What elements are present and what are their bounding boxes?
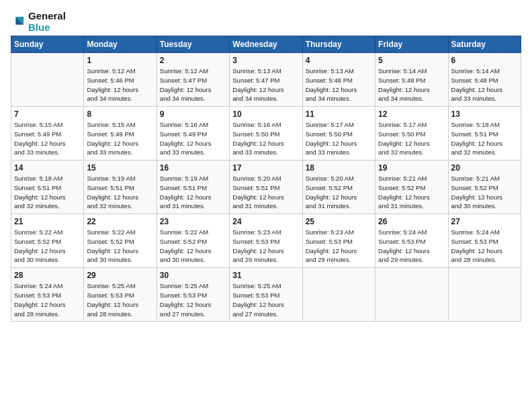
calendar-cell: 12Sunrise: 5:17 AMSunset: 5:50 PMDayligh… — [375, 107, 448, 161]
day-number: 21 — [14, 217, 81, 226]
day-number: 8 — [87, 109, 153, 119]
cell-info: Sunrise: 5:15 AMSunset: 5:49 PMDaylight:… — [87, 120, 153, 157]
day-number: 4 — [306, 56, 372, 65]
calendar-cell: 9Sunrise: 5:16 AMSunset: 5:49 PMDaylight… — [157, 107, 229, 161]
calendar-cell: 17Sunrise: 5:20 AMSunset: 5:51 PMDayligh… — [230, 161, 302, 214]
day-number: 11 — [306, 109, 372, 119]
calendar-cell: 27Sunrise: 5:24 AMSunset: 5:53 PMDayligh… — [448, 214, 521, 268]
cell-info: Sunrise: 5:25 AMSunset: 5:53 PMDaylight:… — [232, 281, 299, 318]
cell-info: Sunrise: 5:16 AMSunset: 5:49 PMDaylight:… — [160, 120, 226, 157]
cell-info: Sunrise: 5:24 AMSunset: 5:53 PMDaylight:… — [14, 281, 81, 318]
cell-info: Sunrise: 5:14 AMSunset: 5:48 PMDaylight:… — [378, 66, 445, 103]
calendar-cell — [375, 268, 448, 322]
calendar-cell: 24Sunrise: 5:23 AMSunset: 5:53 PMDayligh… — [230, 214, 302, 268]
week-row-2: 7Sunrise: 5:15 AMSunset: 5:49 PMDaylight… — [11, 107, 521, 161]
week-row-5: 28Sunrise: 5:24 AMSunset: 5:53 PMDayligh… — [11, 268, 521, 322]
calendar-cell: 30Sunrise: 5:25 AMSunset: 5:53 PMDayligh… — [157, 268, 229, 322]
header-row: SundayMondayTuesdayWednesdayThursdayFrid… — [11, 36, 521, 53]
calendar-cell: 3Sunrise: 5:13 AMSunset: 5:47 PMDaylight… — [230, 53, 302, 107]
day-header-wednesday: Wednesday — [230, 36, 302, 53]
day-number: 3 — [232, 56, 299, 65]
cell-info: Sunrise: 5:22 AMSunset: 5:52 PMDaylight:… — [87, 228, 153, 265]
day-number: 22 — [87, 217, 153, 226]
day-header-thursday: Thursday — [302, 36, 375, 53]
day-number: 1 — [87, 56, 153, 65]
cell-info: Sunrise: 5:23 AMSunset: 5:53 PMDaylight:… — [306, 228, 372, 265]
cell-info: Sunrise: 5:23 AMSunset: 5:53 PMDaylight:… — [232, 228, 299, 265]
day-header-tuesday: Tuesday — [157, 36, 229, 53]
cell-info: Sunrise: 5:21 AMSunset: 5:52 PMDaylight:… — [451, 174, 518, 211]
day-number: 5 — [378, 56, 445, 65]
cell-info: Sunrise: 5:24 AMSunset: 5:53 PMDaylight:… — [378, 228, 445, 265]
day-number: 27 — [451, 217, 518, 226]
week-row-3: 14Sunrise: 5:18 AMSunset: 5:51 PMDayligh… — [11, 161, 521, 214]
calendar-cell: 14Sunrise: 5:18 AMSunset: 5:51 PMDayligh… — [11, 161, 84, 214]
calendar-cell — [302, 268, 375, 322]
cell-info: Sunrise: 5:18 AMSunset: 5:51 PMDaylight:… — [451, 120, 518, 157]
calendar-cell: 21Sunrise: 5:22 AMSunset: 5:52 PMDayligh… — [11, 214, 84, 268]
calendar-cell: 28Sunrise: 5:24 AMSunset: 5:53 PMDayligh… — [11, 268, 84, 322]
day-number: 29 — [87, 271, 153, 280]
day-number: 30 — [160, 271, 226, 280]
cell-info: Sunrise: 5:13 AMSunset: 5:47 PMDaylight:… — [232, 66, 299, 103]
day-number: 7 — [14, 109, 81, 119]
cell-info: Sunrise: 5:14 AMSunset: 5:48 PMDaylight:… — [451, 66, 518, 103]
calendar-cell: 7Sunrise: 5:15 AMSunset: 5:49 PMDaylight… — [11, 107, 84, 161]
day-number: 17 — [232, 163, 299, 173]
calendar-cell: 31Sunrise: 5:25 AMSunset: 5:53 PMDayligh… — [230, 268, 302, 322]
calendar-cell: 23Sunrise: 5:22 AMSunset: 5:52 PMDayligh… — [157, 214, 229, 268]
day-header-friday: Friday — [375, 36, 448, 53]
day-number: 9 — [160, 109, 226, 119]
cell-info: Sunrise: 5:13 AMSunset: 5:48 PMDaylight:… — [306, 66, 372, 103]
week-row-4: 21Sunrise: 5:22 AMSunset: 5:52 PMDayligh… — [11, 214, 521, 268]
day-number: 2 — [160, 56, 226, 65]
logo: General Blue — [11, 11, 66, 33]
calendar-cell: 5Sunrise: 5:14 AMSunset: 5:48 PMDaylight… — [375, 53, 448, 107]
day-number: 23 — [160, 217, 226, 226]
calendar-body: 1Sunrise: 5:12 AMSunset: 5:46 PMDaylight… — [11, 53, 521, 322]
day-number: 31 — [232, 271, 299, 280]
calendar-cell — [448, 268, 521, 322]
day-number: 20 — [451, 163, 518, 173]
cell-info: Sunrise: 5:19 AMSunset: 5:51 PMDaylight:… — [160, 174, 226, 211]
day-header-sunday: Sunday — [11, 36, 84, 53]
day-header-monday: Monday — [84, 36, 157, 53]
day-number: 15 — [87, 163, 153, 173]
day-number: 26 — [378, 217, 445, 226]
day-header-saturday: Saturday — [448, 36, 521, 53]
header: General Blue — [11, 11, 521, 33]
cell-info: Sunrise: 5:25 AMSunset: 5:53 PMDaylight:… — [87, 281, 153, 318]
calendar-cell: 1Sunrise: 5:12 AMSunset: 5:46 PMDaylight… — [84, 53, 157, 107]
cell-info: Sunrise: 5:15 AMSunset: 5:49 PMDaylight:… — [14, 120, 81, 157]
cell-info: Sunrise: 5:16 AMSunset: 5:50 PMDaylight:… — [232, 120, 299, 157]
calendar-cell: 15Sunrise: 5:19 AMSunset: 5:51 PMDayligh… — [84, 161, 157, 214]
calendar-cell: 10Sunrise: 5:16 AMSunset: 5:50 PMDayligh… — [230, 107, 302, 161]
cell-info: Sunrise: 5:22 AMSunset: 5:52 PMDaylight:… — [160, 228, 226, 265]
calendar-cell: 25Sunrise: 5:23 AMSunset: 5:53 PMDayligh… — [302, 214, 375, 268]
page-container: General Blue SundayMondayTuesdayWednesda… — [0, 0, 532, 328]
week-row-1: 1Sunrise: 5:12 AMSunset: 5:46 PMDaylight… — [11, 53, 521, 107]
day-number: 14 — [14, 163, 81, 173]
calendar-cell: 13Sunrise: 5:18 AMSunset: 5:51 PMDayligh… — [448, 107, 521, 161]
day-number: 13 — [451, 109, 518, 119]
calendar-header: SundayMondayTuesdayWednesdayThursdayFrid… — [11, 36, 521, 53]
day-number: 25 — [306, 217, 372, 226]
calendar-cell: 2Sunrise: 5:12 AMSunset: 5:47 PMDaylight… — [157, 53, 229, 107]
calendar-cell: 19Sunrise: 5:21 AMSunset: 5:52 PMDayligh… — [375, 161, 448, 214]
calendar-cell: 18Sunrise: 5:20 AMSunset: 5:52 PMDayligh… — [302, 161, 375, 214]
logo-icon — [11, 15, 26, 30]
cell-info: Sunrise: 5:12 AMSunset: 5:46 PMDaylight:… — [87, 66, 153, 103]
cell-info: Sunrise: 5:17 AMSunset: 5:50 PMDaylight:… — [378, 120, 445, 157]
day-number: 12 — [378, 109, 445, 119]
cell-info: Sunrise: 5:25 AMSunset: 5:53 PMDaylight:… — [160, 281, 226, 318]
calendar-table: SundayMondayTuesdayWednesdayThursdayFrid… — [11, 36, 521, 322]
calendar-cell: 22Sunrise: 5:22 AMSunset: 5:52 PMDayligh… — [84, 214, 157, 268]
cell-info: Sunrise: 5:21 AMSunset: 5:52 PMDaylight:… — [378, 174, 445, 211]
cell-info: Sunrise: 5:20 AMSunset: 5:52 PMDaylight:… — [306, 174, 372, 211]
cell-info: Sunrise: 5:17 AMSunset: 5:50 PMDaylight:… — [306, 120, 372, 157]
cell-info: Sunrise: 5:18 AMSunset: 5:51 PMDaylight:… — [14, 174, 81, 211]
calendar-cell: 29Sunrise: 5:25 AMSunset: 5:53 PMDayligh… — [84, 268, 157, 322]
cell-info: Sunrise: 5:20 AMSunset: 5:51 PMDaylight:… — [232, 174, 299, 211]
calendar-cell: 8Sunrise: 5:15 AMSunset: 5:49 PMDaylight… — [84, 107, 157, 161]
cell-info: Sunrise: 5:19 AMSunset: 5:51 PMDaylight:… — [87, 174, 153, 211]
